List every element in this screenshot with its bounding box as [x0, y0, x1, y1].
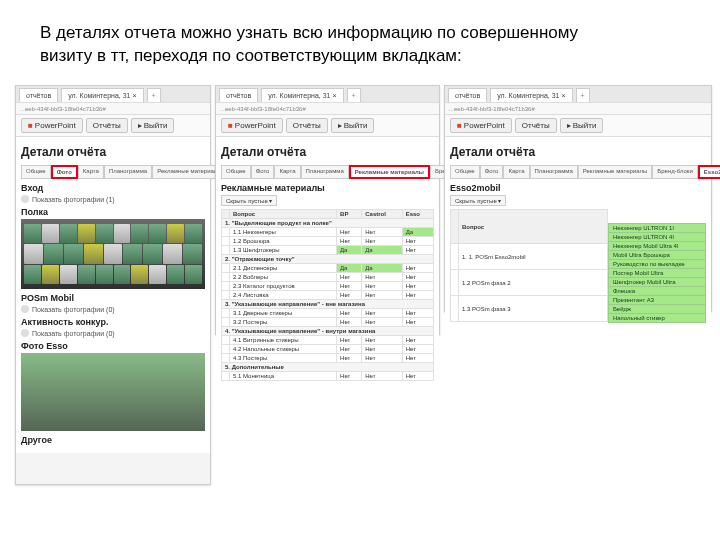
- tab-общее[interactable]: Общее: [450, 165, 480, 179]
- browser-tabs: отчётов ул. Коминтерна, 31 × +: [16, 86, 210, 102]
- table-row[interactable]: 5.1 МонетницаНетНетНет: [222, 372, 434, 381]
- close-icon[interactable]: ×: [332, 92, 336, 99]
- table-row[interactable]: 3. "Указывающие направление" - вне магаз…: [222, 300, 434, 309]
- tab-планограмма[interactable]: Планограмма: [104, 165, 152, 179]
- tab-рекламные материалы[interactable]: Рекламные материалы: [578, 165, 653, 179]
- detail-tabs: ОбщееФотоКартаПланограммаРекламные матер…: [21, 165, 205, 179]
- exit-button[interactable]: ▸ Выйти: [131, 118, 175, 133]
- table-row[interactable]: 1.2 POSm фаза 2: [451, 270, 608, 296]
- tab-new[interactable]: +: [576, 88, 590, 102]
- tab-esso2mobil[interactable]: Esso2mobil: [698, 165, 720, 179]
- tab-рекламные материалы[interactable]: Рекламные материалы: [349, 165, 430, 179]
- tab-карта[interactable]: Карта: [274, 165, 300, 179]
- tab-reports[interactable]: отчётов: [219, 88, 258, 102]
- table-row[interactable]: 1.3 POSm фаза 3: [451, 296, 608, 322]
- link-vhod-photos[interactable]: Показать фотографии (1): [21, 195, 205, 203]
- table-row[interactable]: 3.1 Дверные стикерыНетНетНет: [222, 309, 434, 318]
- close-icon[interactable]: ×: [132, 92, 136, 99]
- col-header: Вопрос: [230, 210, 337, 219]
- photo-icon: [21, 195, 29, 203]
- section-materials: Рекламные материалы: [221, 183, 434, 193]
- tab-reports[interactable]: отчётов: [448, 88, 487, 102]
- toolbar: ■PowerPoint Отчёты ▸ Выйти: [445, 115, 711, 137]
- screenshot-photos: отчётов ул. Коминтерна, 31 × + …eeb-434f…: [15, 85, 211, 485]
- posm-list: Некхенгер ULTRON 1lНекхенгер ULTRON 4lНе…: [608, 223, 706, 322]
- materials-table: ВопросBPCastrolEsso1. "Выделяющие продук…: [221, 209, 434, 381]
- browser-tabs: отчётов ул. Коминтерна, 31 × +: [445, 86, 711, 102]
- tab-фото[interactable]: Фото: [51, 165, 78, 179]
- detail-tabs: ОбщееФотоКартаПланограммаРекламные матер…: [221, 165, 434, 179]
- col-header: BP: [337, 210, 362, 219]
- powerpoint-button[interactable]: ■PowerPoint: [21, 118, 83, 133]
- detail-tabs: ОбщееФотоКартаПланограммаРекламные матер…: [450, 165, 706, 179]
- toolbar: ■PowerPoint Отчёты ▸ Выйти: [216, 115, 439, 137]
- table-row[interactable]: 1.2 БрошюраНетНетНет: [222, 237, 434, 246]
- tab-общее[interactable]: Общее: [21, 165, 51, 179]
- shelf-photo[interactable]: [21, 219, 205, 289]
- section-vhod: Вход: [21, 183, 205, 193]
- table-row[interactable]: 1.1 НекхенгерыНетНетДа: [222, 228, 434, 237]
- link-activity-photos[interactable]: Показать фотографии (0): [21, 329, 205, 337]
- section-esso2mobil: Esso2mobil: [450, 183, 706, 193]
- section-esso: Фото Esso: [21, 341, 205, 351]
- esso-photo[interactable]: [21, 353, 205, 431]
- tab-планограмма[interactable]: Планограмма: [530, 165, 578, 179]
- tab-address[interactable]: ул. Коминтерна, 31 ×: [61, 88, 143, 102]
- tab-фото[interactable]: Фото: [251, 165, 275, 179]
- tab-бренд-блоки[interactable]: Бренд-блоки: [652, 165, 697, 179]
- photo-icon: [21, 329, 29, 337]
- table-row[interactable]: 4.2 Напольные стикерыНетНетНет: [222, 345, 434, 354]
- screenshot-esso2mobil: отчётов ул. Коминтерна, 31 × + …eeb-434f…: [444, 85, 712, 312]
- col-header: Esso: [402, 210, 433, 219]
- tab-карта[interactable]: Карта: [78, 165, 104, 179]
- page-title: Детали отчёта: [21, 145, 205, 159]
- list-item[interactable]: Напольный стикер: [608, 313, 706, 323]
- exit-button[interactable]: ▸ Выйти: [560, 118, 604, 133]
- reports-button[interactable]: Отчёты: [86, 118, 128, 133]
- browser-tabs: отчётов ул. Коминтерна, 31 × +: [216, 86, 439, 102]
- tab-общее[interactable]: Общее: [221, 165, 251, 179]
- table-row[interactable]: 1.3 ШелфтокерыДаДаНет: [222, 246, 434, 255]
- table-row[interactable]: 1. 1. POSm Esso2mobil: [451, 244, 608, 270]
- reports-button[interactable]: Отчёты: [515, 118, 557, 133]
- table-row[interactable]: 2.2 ВоблерыНетНетНет: [222, 273, 434, 282]
- url-bar[interactable]: …eeb-434f-bbf3-18fe04c71b36#: [16, 102, 210, 115]
- heading-line1: В деталях отчета можно узнать всю информ…: [40, 23, 578, 42]
- close-icon[interactable]: ×: [561, 92, 565, 99]
- table-row[interactable]: 4. "Указывающие направление" - внутри ма…: [222, 327, 434, 336]
- table-row[interactable]: 2.1 ДиспенсерыДаДаНет: [222, 264, 434, 273]
- filter-dropdown[interactable]: Скрыть пустые ▾: [221, 195, 277, 206]
- tab-планограмма[interactable]: Планограмма: [301, 165, 349, 179]
- tab-new[interactable]: +: [347, 88, 361, 102]
- exit-button[interactable]: ▸ Выйти: [331, 118, 375, 133]
- powerpoint-button[interactable]: ■PowerPoint: [221, 118, 283, 133]
- table-row[interactable]: 3.2 ПостерыНетНетНет: [222, 318, 434, 327]
- link-posm-photos[interactable]: Показать фотографии (0): [21, 305, 205, 313]
- url-bar[interactable]: …eeb-434f-bbf3-18fe04c71b36#: [216, 102, 439, 115]
- photo-icon: [21, 305, 29, 313]
- section-activity: Активность конкур.: [21, 317, 205, 327]
- tab-new[interactable]: +: [147, 88, 161, 102]
- tab-reports[interactable]: отчётов: [19, 88, 58, 102]
- page-title: Детали отчёта: [221, 145, 434, 159]
- reports-button[interactable]: Отчёты: [286, 118, 328, 133]
- col-header: Castrol: [362, 210, 402, 219]
- tab-фото[interactable]: Фото: [480, 165, 504, 179]
- section-other: Другое: [21, 435, 205, 445]
- tab-address[interactable]: ул. Коминтерна, 31 ×: [261, 88, 343, 102]
- table-row[interactable]: 2.3 Каталог продуктовНетНетНет: [222, 282, 434, 291]
- tab-address[interactable]: ул. Коминтерна, 31 ×: [490, 88, 572, 102]
- table-row[interactable]: 2.4 ЛистовкаНетНетНет: [222, 291, 434, 300]
- filter-dropdown[interactable]: Скрыть пустые ▾: [450, 195, 506, 206]
- screenshot-materials: отчётов ул. Коминтерна, 31 × + …eeb-434f…: [215, 85, 440, 335]
- toolbar: ■PowerPoint Отчёты ▸ Выйти: [16, 115, 210, 137]
- table-row[interactable]: 5. Дополнительные: [222, 363, 434, 372]
- powerpoint-button[interactable]: ■PowerPoint: [450, 118, 512, 133]
- url-bar[interactable]: …eeb-434f-bbf3-18fe04c71b36#: [445, 102, 711, 115]
- table-row[interactable]: 2. "Отражающие точку": [222, 255, 434, 264]
- table-row[interactable]: 1. "Выделяющие продукт на полке": [222, 219, 434, 228]
- tab-карта[interactable]: Карта: [503, 165, 529, 179]
- table-row[interactable]: 4.1 Витринные стикерыНетНетНет: [222, 336, 434, 345]
- table-row[interactable]: 4.3 ПостерыНетНетНет: [222, 354, 434, 363]
- section-polka: Полка: [21, 207, 205, 217]
